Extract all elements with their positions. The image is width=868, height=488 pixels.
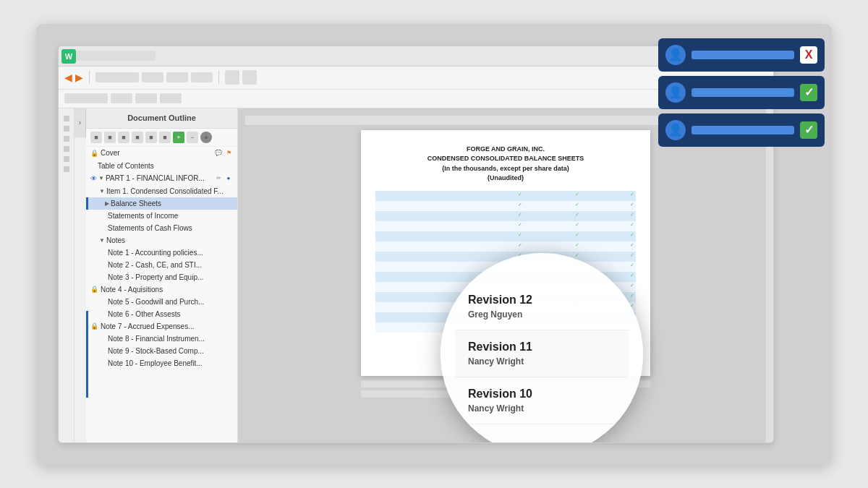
- user-card-3[interactable]: 👤 ✓: [658, 114, 825, 147]
- sidebar-item-cover-label: Cover: [101, 149, 120, 157]
- sidebar-part1-icons: ✏ ●: [214, 174, 233, 183]
- user-cards-panel: 👤 X 👤 ✓ 👤 ✓: [658, 38, 825, 147]
- sidebar-expand-button[interactable]: ›: [75, 108, 86, 137]
- table-cell-label: [375, 272, 467, 282]
- table-cell-label: [375, 201, 467, 211]
- sidebar-item-note1[interactable]: Note 1 - Accounting policies...: [86, 247, 237, 259]
- sidebar-item-note1-label: Note 1 - Accounting policies...: [108, 249, 203, 257]
- eye-icon-part1: 👁: [90, 175, 97, 182]
- gutter-dot-5: [64, 156, 69, 162]
- sidebar-item-balance-sheets[interactable]: ▶ Balance Sheets: [86, 197, 237, 210]
- forward-button[interactable]: ▶: [75, 72, 83, 83]
- revision-item-11[interactable]: Revision 11 Nancy Wright: [455, 330, 629, 377]
- sidebar-item-cover[interactable]: 🔒 Cover 💬 ⚑: [86, 147, 237, 160]
- sidebar-item-toc[interactable]: Table of Contents: [86, 160, 237, 172]
- sidebar-item-notes[interactable]: ▼ Notes: [86, 234, 237, 247]
- table-cell-data-2: [524, 191, 581, 201]
- outer-wrapper: 👤 X 👤 ✓ 👤 ✓ W ◀ ▶: [36, 24, 832, 465]
- gutter-dot-1: [64, 116, 69, 121]
- sidebar-icon-5[interactable]: ■: [145, 132, 157, 143]
- sidebar-item-note8[interactable]: Note 8 - Financial Instrumen...: [86, 333, 237, 345]
- back-button[interactable]: ◀: [64, 72, 72, 83]
- table-cell-label: [375, 262, 467, 272]
- arrow-part1: ▼: [98, 175, 104, 181]
- avatar-2: 👤: [665, 82, 686, 103]
- user-name-bar-2: [692, 88, 794, 97]
- toolbar-bar-1: [95, 72, 139, 82]
- reject-button-1[interactable]: X: [800, 46, 817, 64]
- table-cell-data-2: [524, 201, 581, 211]
- sidebar-item-note7-label: Note 7 - Accrued Expenses...: [101, 322, 195, 330]
- user-card-2[interactable]: 👤 ✓: [658, 76, 825, 109]
- avatar-3: 👤: [665, 120, 686, 140]
- sidebar-icon-circle[interactable]: ●: [200, 132, 212, 143]
- sidebar-icon-minus[interactable]: −: [187, 132, 198, 143]
- dot-icon-part1: ●: [224, 174, 233, 183]
- toolbar2-bar-2: [111, 93, 132, 103]
- table-cell-data-3: [581, 252, 636, 262]
- toolbar-btn-1[interactable]: [225, 70, 239, 85]
- sidebar-icons-row: ■ ■ ■ ■ ■ ■ + − ●: [86, 129, 237, 147]
- tab-title[interactable]: [69, 51, 156, 61]
- table-cell-label: [375, 241, 467, 252]
- doc-caption2: (Unaudited): [488, 174, 524, 181]
- sidebar-item-cashflows[interactable]: Statements of Cash Flows: [86, 222, 237, 234]
- sidebar-item-note6[interactable]: Note 6 - Other Assests: [86, 308, 237, 320]
- revision-12-author: Greg Nguyen: [468, 309, 616, 320]
- revision-item-12[interactable]: Revision 12 Greg Nguyen: [455, 283, 629, 330]
- toolbar-btn-2[interactable]: [242, 70, 257, 85]
- table-row: [375, 201, 636, 211]
- sidebar-item-note3[interactable]: Note 3 - Property and Equip...: [86, 271, 237, 283]
- section-highlight-bar: [86, 311, 88, 398]
- sidebar-item-income[interactable]: Statements of Income: [86, 210, 237, 222]
- sidebar-item-balance-label: Balance Sheets: [111, 200, 161, 207]
- sidebar-item-note8-label: Note 8 - Financial Instrumen...: [108, 335, 205, 343]
- user-card-1[interactable]: 👤 X: [658, 38, 825, 72]
- sidebar-item-part1[interactable]: 👁 ▼ PART 1 - FINANCIAL INFOR... ✏ ●: [86, 172, 237, 185]
- sidebar-item-item1[interactable]: ▼ Item 1. Condensed Consolidated F...: [86, 185, 237, 197]
- sidebar-item-note10[interactable]: Note 10 - Employee Benefit...: [86, 357, 237, 369]
- approve-button-3[interactable]: ✓: [800, 121, 817, 139]
- sidebar-item-note7[interactable]: 🔒 Note 7 - Accrued Expenses...: [86, 320, 237, 333]
- sidebar-icon-2[interactable]: ■: [104, 132, 116, 143]
- sidebar-item-note4[interactable]: 🔒 Note 4 - Aquisitions: [86, 283, 237, 296]
- table-cell-label: [375, 221, 467, 231]
- table-cell-data-1: [467, 211, 524, 221]
- arrow-notes: ▼: [99, 237, 105, 244]
- sidebar-cover-icons: 💬 ⚑: [214, 149, 233, 158]
- sidebar-item-note9[interactable]: Note 9 - Stock-Based Comp...: [86, 345, 237, 357]
- toolbar2-bar-1: [64, 93, 108, 103]
- table-cell-data-3: [581, 221, 636, 231]
- doc-subtitle: CONDENSED CONSOLIDATED BALANCE SHEETS: [427, 155, 584, 162]
- revision-10-author: Nancy Wright: [468, 403, 616, 414]
- user-name-bar-3: [692, 126, 794, 134]
- table-cell-data-3: [581, 211, 636, 221]
- revision-10-title: Revision 10: [468, 388, 616, 401]
- flag-icon-cover: ⚑: [224, 149, 233, 158]
- sidebar-header: Document Outline: [86, 108, 237, 129]
- sidebar-icon-add[interactable]: +: [173, 132, 184, 143]
- table-cell-data-2: [524, 221, 581, 231]
- table-cell-label: [375, 252, 467, 262]
- sidebar-item-note2[interactable]: Note 2 - Cash, CE, and STI...: [86, 259, 237, 271]
- sidebar-item-notes-label: Notes: [106, 236, 125, 244]
- sidebar-icon-3[interactable]: ■: [118, 132, 129, 143]
- revision-item-10[interactable]: Revision 10 Nancy Wright: [455, 377, 629, 424]
- sidebar-icon-1[interactable]: ■: [90, 132, 102, 143]
- table-cell-label: [375, 282, 467, 292]
- sidebar-icon-4[interactable]: ■: [132, 132, 143, 143]
- table-cell-data-2: [524, 231, 581, 241]
- approve-button-2[interactable]: ✓: [800, 84, 817, 101]
- sidebar-icon-6[interactable]: ■: [159, 132, 171, 143]
- wrike-logo: W: [61, 49, 76, 64]
- scrollbar[interactable]: [766, 108, 773, 442]
- table-row: [375, 241, 636, 252]
- gutter-dot-6: [64, 166, 69, 172]
- table-cell-data-3: [581, 191, 636, 201]
- sidebar-item-item1-label: Item 1. Condensed Consolidated F...: [106, 187, 224, 195]
- sidebar-item-note5[interactable]: Note 5 - Goodwill and Purch...: [86, 296, 237, 308]
- table-cell-data-3: [581, 231, 636, 241]
- table-cell-data-1: [467, 191, 524, 201]
- gutter-dot-4: [64, 146, 69, 152]
- sidebar-item-cashflows-label: Statements of Cash Flows: [108, 224, 192, 232]
